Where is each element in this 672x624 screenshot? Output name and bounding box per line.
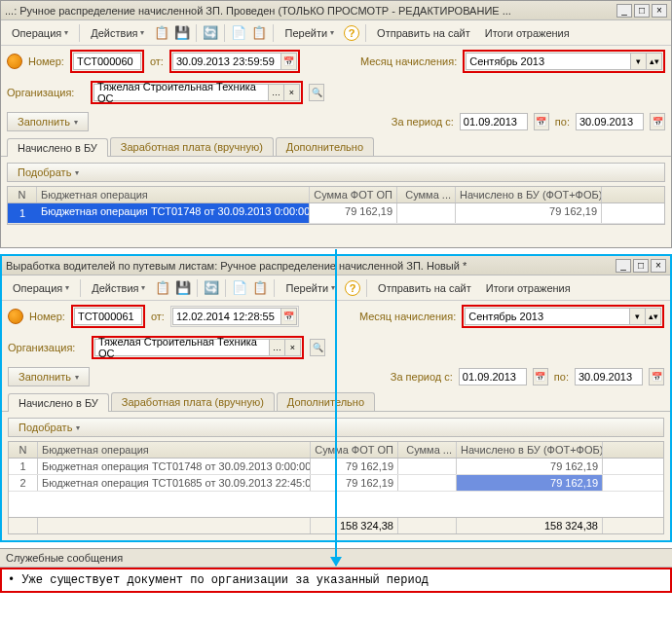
tab-accrued[interactable]: Начислено в БУ — [7, 138, 108, 157]
refresh-icon[interactable]: 🔄 — [201, 23, 220, 43]
close-button[interactable]: × — [652, 4, 667, 18]
month-field-wrap: Сентябрь 2013 ▾ ▴▾ — [462, 305, 664, 328]
maximize-button[interactable]: □ — [633, 259, 649, 273]
col-op[interactable]: Бюджетная операция — [38, 442, 311, 458]
period-from-field[interactable]: 01.09.2013 — [460, 113, 528, 130]
paste-icon[interactable]: 📋 — [249, 23, 269, 43]
help-icon[interactable]: ? — [343, 278, 362, 298]
tab-additional[interactable]: Дополнительно — [276, 137, 374, 156]
col-n[interactable]: N — [9, 442, 38, 458]
search-icon[interactable]: 🔍 — [309, 84, 324, 101]
post-icon[interactable]: 📋 — [153, 278, 172, 298]
col-nach[interactable]: Начислено в БУ (ФОТ+ФОБ) — [457, 442, 603, 458]
org-field-wrap: Тяжелая Строительная Техника ОС … × — [91, 81, 303, 104]
paste-icon[interactable]: 📋 — [250, 278, 270, 298]
dropdown-icon[interactable]: ▾ — [631, 53, 647, 70]
tab-content-1: Подобрать N Бюджетная операция Сумма ФОТ… — [1, 157, 671, 231]
month-label: Месяц начисления: — [360, 55, 457, 67]
actions-menu[interactable]: Действия — [85, 278, 152, 298]
select-button[interactable]: Подобрать — [7, 163, 665, 182]
org-field[interactable]: Тяжелая Строительная Техника ОС — [93, 84, 269, 101]
window-1: ...: Ручное распределение начисленной ЗП… — [0, 0, 672, 248]
col-sum[interactable]: Сумма ... — [398, 442, 457, 458]
cell-n: 2 — [9, 475, 38, 491]
number-label: Номер: — [29, 311, 65, 322]
goto-menu[interactable]: Перейти — [279, 278, 342, 298]
calendar-icon[interactable]: 📅 — [650, 113, 665, 130]
period-from-field[interactable]: 01.09.2013 — [459, 368, 527, 385]
minimize-button[interactable]: _ — [616, 259, 631, 273]
refresh-icon[interactable]: 🔄 — [202, 278, 221, 298]
from-label: от: — [151, 311, 165, 322]
col-nach[interactable]: Начислено в БУ (ФОТ+ФОБ) — [456, 187, 602, 202]
grid-1: N Бюджетная операция Сумма ФОТ ОП Сумма … — [7, 186, 665, 225]
post-icon[interactable]: 📋 — [152, 23, 171, 43]
copy-icon[interactable]: 📄 — [230, 278, 249, 298]
tab-additional[interactable]: Дополнительно — [277, 392, 375, 411]
close-button[interactable]: × — [651, 259, 666, 273]
save-icon[interactable]: 💾 — [173, 278, 193, 298]
row-number: Номер: ТСТ000060 от: 30.09.2013 23:59:59… — [1, 46, 671, 77]
col-sum[interactable]: Сумма ... — [397, 187, 456, 202]
calendar-icon[interactable]: 📅 — [533, 368, 548, 385]
calendar-icon[interactable]: 📅 — [281, 53, 297, 70]
cell-n: 1 — [9, 459, 38, 474]
dropdown-icon[interactable]: ▾ — [630, 308, 646, 325]
select-icon[interactable]: … — [269, 84, 284, 101]
cell-fot: 79 162,19 — [310, 203, 397, 223]
tab-salary[interactable]: Заработная плата (вручную) — [111, 392, 275, 411]
clear-icon[interactable]: × — [285, 339, 301, 356]
maximize-button[interactable]: □ — [634, 4, 650, 18]
col-fot[interactable]: Сумма ФОТ ОП — [310, 187, 397, 202]
results-button[interactable]: Итоги отражения — [479, 278, 578, 298]
spinner-icon[interactable]: ▴▾ — [646, 308, 661, 325]
calendar-icon[interactable]: 📅 — [649, 368, 664, 385]
date-field[interactable]: 12.02.2014 12:28:55 — [172, 308, 281, 325]
operation-menu[interactable]: Операция — [6, 278, 76, 298]
number-field[interactable]: ТСТ000060 — [73, 53, 141, 70]
fill-button[interactable]: Заполнить — [8, 367, 90, 386]
month-field-wrap: Сентябрь 2013 ▾ ▴▾ — [463, 50, 665, 73]
total-fot: 158 324,38 — [311, 518, 398, 533]
send-button[interactable]: Отправить на сайт — [370, 23, 477, 43]
send-button[interactable]: Отправить на сайт — [371, 278, 478, 298]
select-icon[interactable]: … — [270, 339, 285, 356]
clear-icon[interactable]: × — [284, 84, 300, 101]
number-label: Номер: — [28, 55, 64, 67]
org-field[interactable]: Тяжелая Строительная Техника ОС — [94, 339, 270, 356]
fill-button[interactable]: Заполнить — [7, 112, 89, 131]
cell-n: 1 — [8, 203, 37, 223]
org-label: Организация: — [8, 342, 86, 353]
actions-menu[interactable]: Действия — [84, 23, 151, 43]
tab-salary[interactable]: Заработная плата (вручную) — [110, 137, 274, 156]
month-field[interactable]: Сентябрь 2013 — [465, 308, 630, 325]
spinner-icon[interactable]: ▴▾ — [647, 53, 662, 70]
tab-accrued[interactable]: Начислено в БУ — [8, 393, 109, 412]
save-icon[interactable]: 💾 — [172, 23, 192, 43]
month-field[interactable]: Сентябрь 2013 — [466, 53, 631, 70]
cell-op: Бюджетная операция ТСТ01748 от 30.09.201… — [38, 459, 311, 474]
help-icon[interactable]: ? — [342, 23, 361, 43]
cell-sum — [397, 203, 456, 223]
table-row[interactable]: 1 Бюджетная операция ТСТ01748 от 30.09.2… — [8, 203, 664, 224]
copy-icon[interactable]: 📄 — [229, 23, 248, 43]
minimize-button[interactable]: _ — [616, 4, 632, 18]
period-to-field[interactable]: 30.09.2013 — [576, 113, 644, 130]
date-field[interactable]: 30.09.2013 23:59:59 — [172, 53, 281, 70]
goto-menu[interactable]: Перейти — [278, 23, 341, 43]
cell-sum — [398, 459, 457, 474]
number-field-wrap: ТСТ000061 — [71, 305, 145, 328]
from-label: от: — [150, 55, 164, 67]
period-to-field[interactable]: 30.09.2013 — [575, 368, 643, 385]
calendar-icon[interactable]: 📅 — [281, 308, 297, 325]
col-n[interactable]: N — [8, 187, 37, 202]
col-op[interactable]: Бюджетная операция — [37, 187, 310, 202]
period-label: За период с: — [392, 116, 454, 128]
results-button[interactable]: Итоги отражения — [478, 23, 577, 43]
calendar-icon[interactable]: 📅 — [534, 113, 549, 130]
operation-menu[interactable]: Операция — [5, 23, 75, 43]
number-field[interactable]: ТСТ000061 — [74, 308, 142, 325]
col-fot[interactable]: Сумма ФОТ ОП — [311, 442, 398, 458]
date-field-wrap: 30.09.2013 23:59:59 📅 — [169, 50, 300, 73]
search-icon[interactable]: 🔍 — [310, 339, 325, 356]
